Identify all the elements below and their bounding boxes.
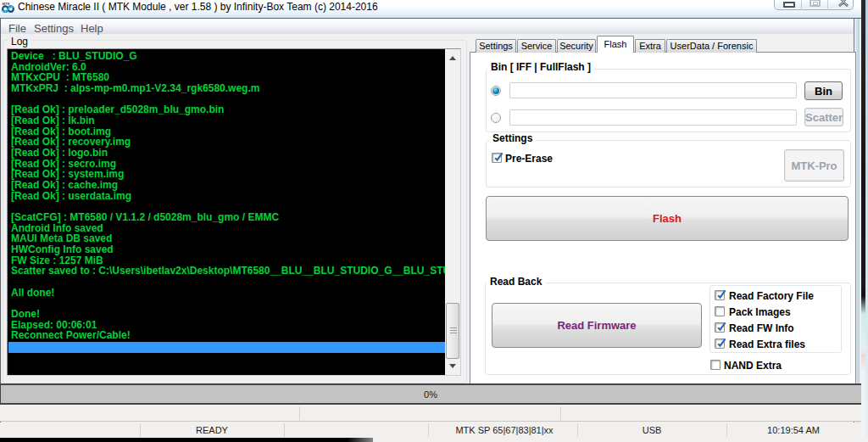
svg-text:MTK: MTK — [3, 2, 10, 6]
